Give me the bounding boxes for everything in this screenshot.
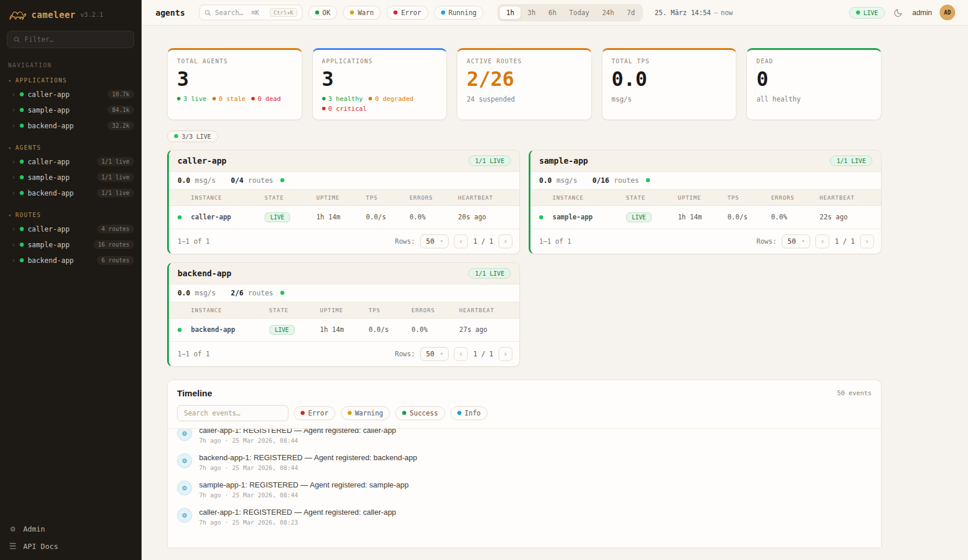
sidebar-item-admin[interactable]: ⚙ Admin bbox=[8, 524, 133, 533]
rows-value: 50 bbox=[426, 350, 434, 358]
timeline-filter-success[interactable]: Success bbox=[395, 406, 445, 420]
chevron-right-icon: › bbox=[12, 241, 16, 248]
sidebar-item-agents-sample-app[interactable]: › sample-app 1/1 live bbox=[0, 169, 141, 185]
column-header: HEARTBEAT bbox=[454, 302, 519, 319]
sidebar-item-agents-caller-app[interactable]: › caller-app 1/1 live bbox=[0, 154, 141, 169]
time-range-7d[interactable]: 7d bbox=[620, 6, 641, 20]
column-header: UPTIME bbox=[315, 302, 364, 319]
sidebar-item-routes-sample-app[interactable]: › sample-app 16 routes bbox=[0, 237, 141, 252]
sidebar: cameleer v3.2.1 NAVIGATION ▾ APPLICATION… bbox=[0, 0, 142, 560]
filter-chip-ok[interactable]: OK bbox=[308, 6, 338, 20]
status-dot bbox=[178, 328, 182, 332]
rows-per-page-select[interactable]: 50 ▾ bbox=[420, 347, 449, 361]
prev-page-button[interactable]: ‹ bbox=[454, 347, 468, 361]
list-item[interactable]: ⚙ caller-app-1: REGISTERED — Agent regis… bbox=[168, 428, 881, 449]
stat-subtitle: all healthy bbox=[756, 95, 872, 103]
warning-status-dot bbox=[348, 411, 352, 415]
time-range-today[interactable]: Today bbox=[563, 6, 596, 20]
gear-icon: ⚙ bbox=[8, 524, 17, 533]
sidebar-item-agents-backend-app[interactable]: › backend-app 1/1 live bbox=[0, 185, 141, 201]
chevron-down-icon: ▾ bbox=[440, 351, 443, 356]
sidebar-item-api-docs[interactable]: ☰ API Docs bbox=[8, 541, 133, 551]
item-label: sample-app bbox=[28, 241, 89, 249]
rows-label: Rows: bbox=[756, 237, 776, 245]
info-status-dot bbox=[457, 411, 461, 415]
timeline-filter-error[interactable]: Error bbox=[294, 406, 335, 420]
event-gear-icon: ⚙ bbox=[177, 453, 192, 468]
sidebar-item-routes-caller-app[interactable]: › caller-app 4 routes bbox=[0, 221, 141, 237]
section-header-agents[interactable]: ▾ AGENTS bbox=[0, 142, 141, 154]
next-page-button[interactable]: › bbox=[860, 234, 874, 248]
tps-cell: 0.0/s bbox=[723, 205, 766, 229]
state-badge: LIVE bbox=[269, 325, 295, 335]
section-header-routes[interactable]: ▾ ROUTES bbox=[0, 209, 141, 221]
list-item[interactable]: ⚙ caller-app-1: REGISTERED — Agent regis… bbox=[168, 503, 881, 530]
live-status-badge[interactable]: LIVE bbox=[849, 7, 885, 19]
list-item[interactable]: ⚙ sample-app-1: REGISTERED — Agent regis… bbox=[168, 476, 881, 503]
table-row[interactable]: backend-app LIVE 1h 14m 0.0/s 0.0% 27s a… bbox=[169, 318, 519, 341]
next-page-button[interactable]: › bbox=[499, 234, 512, 248]
timeline-filter-warning[interactable]: Warning bbox=[341, 406, 390, 420]
list-item[interactable]: ⚙ backend-app-1: REGISTERED — Agent regi… bbox=[168, 449, 881, 476]
status-dot bbox=[251, 97, 255, 100]
event-gear-icon: ⚙ bbox=[177, 508, 192, 523]
status-dot bbox=[20, 258, 24, 262]
chevron-right-icon: › bbox=[12, 122, 16, 129]
table-row[interactable]: sample-app LIVE 1h 14m 0.0/s 0.0% 22s ag… bbox=[530, 205, 881, 229]
rows-per-page-select[interactable]: 50 ▾ bbox=[782, 234, 810, 248]
sidebar-item-applications-backend-app[interactable]: › backend-app 32.2k bbox=[0, 118, 141, 133]
status-dot bbox=[20, 227, 24, 231]
table-row[interactable]: caller-app LIVE 1h 14m 0.0/s 0.0% 20s ag… bbox=[169, 205, 519, 229]
timeline-filter-info[interactable]: Info bbox=[450, 406, 488, 420]
app-cards-grid: caller-app 1/1 LIVE 0.0 msg/s 0/4 routes bbox=[167, 150, 882, 367]
ok-status-dot bbox=[315, 10, 319, 15]
chip-label: Warn bbox=[357, 9, 374, 17]
prev-page-button[interactable]: ‹ bbox=[454, 234, 468, 248]
rows-per-page-select[interactable]: 50 ▾ bbox=[420, 234, 449, 248]
avatar[interactable]: AD bbox=[940, 5, 955, 20]
section-title: ROUTES bbox=[15, 212, 41, 218]
sidebar-item-routes-backend-app[interactable]: › backend-app 6 routes bbox=[0, 252, 141, 268]
item-label: backend-app bbox=[28, 256, 93, 265]
event-gear-icon: ⚙ bbox=[177, 480, 192, 496]
error-status-dot bbox=[393, 10, 398, 15]
stat-value: 0 bbox=[756, 69, 872, 90]
sidebar-item-applications-sample-app[interactable]: › sample-app 84.1k bbox=[0, 102, 141, 118]
live-summary-badge: 3/3 LIVE bbox=[167, 131, 218, 142]
time-range-3h[interactable]: 3h bbox=[521, 6, 542, 20]
tps-value: 0.0 bbox=[178, 289, 190, 297]
row-range-label: 1–1 of 1 bbox=[178, 237, 210, 245]
date-range[interactable]: 25. März 14:54—now bbox=[655, 9, 733, 17]
filter-chip-running[interactable]: Running bbox=[434, 6, 483, 20]
time-range-6h[interactable]: 6h bbox=[542, 6, 563, 20]
global-search[interactable]: Ctrl+K bbox=[199, 5, 302, 20]
next-page-button[interactable]: › bbox=[499, 347, 512, 361]
section-header-applications[interactable]: ▾ APPLICATIONS bbox=[0, 74, 141, 86]
section-applications: ▾ APPLICATIONS › caller-app 10.7k › samp… bbox=[0, 74, 141, 133]
prev-page-button[interactable]: ‹ bbox=[815, 234, 829, 248]
timeline-event-list[interactable]: ⚙ caller-app-1: REGISTERED — Agent regis… bbox=[168, 428, 881, 547]
sidebar-filter-input[interactable] bbox=[24, 35, 128, 44]
filter-chip-error[interactable]: Error bbox=[387, 6, 428, 20]
timeline-search-input[interactable] bbox=[177, 405, 288, 421]
sidebar-filter[interactable] bbox=[7, 31, 134, 48]
tps-value: 0.0 bbox=[178, 176, 190, 185]
sidebar-item-applications-caller-app[interactable]: › caller-app 10.7k bbox=[0, 86, 141, 102]
chip-label: Info bbox=[465, 409, 481, 417]
state-badge: LIVE bbox=[626, 212, 652, 222]
item-label: caller-app bbox=[28, 91, 103, 99]
app-card-backend-app: backend-app 1/1 LIVE 0.0 msg/s 2/6 route… bbox=[167, 262, 520, 367]
instance-name: backend-app bbox=[186, 318, 265, 341]
column-header: ERRORS bbox=[407, 302, 454, 319]
docs-icon: ☰ bbox=[8, 541, 17, 551]
dark-mode-toggle[interactable] bbox=[893, 6, 905, 19]
stat-card-dead: DEAD 0 all healthy bbox=[746, 48, 882, 120]
filter-chip-warn[interactable]: Warn bbox=[343, 6, 381, 20]
column-header: TPS bbox=[361, 190, 404, 206]
time-range-1h[interactable]: 1h bbox=[499, 6, 521, 20]
global-search-input[interactable] bbox=[215, 9, 266, 17]
stat-subtitle: 24 suspended bbox=[467, 95, 582, 103]
instance-name: caller-app bbox=[186, 205, 260, 229]
time-range-24h[interactable]: 24h bbox=[595, 6, 620, 20]
column-header: STATE bbox=[260, 190, 312, 206]
